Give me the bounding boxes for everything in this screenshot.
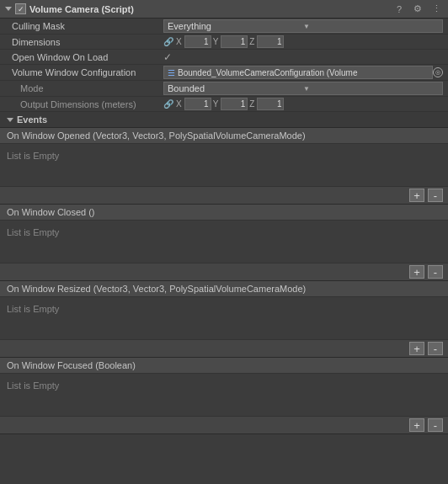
event-empty-2: List is Empty (7, 301, 59, 317)
header-right-icons: ? ⚙ ⋮ (392, 3, 443, 16)
dimensions-row: Dimensions 🔗 X Y Z (0, 35, 448, 50)
output-z-label: Z (249, 99, 254, 109)
culling-mask-label: Culling Mask (12, 21, 163, 31)
event-empty-1: List is Empty (7, 224, 59, 241)
dimensions-xyz-fields: X Y Z (176, 35, 284, 48)
output-dimensions-xyz-fields: X Y Z (176, 98, 284, 110)
event-header-0-text: On Window Opened (Vector3, Vector3, Poly… (7, 130, 306, 141)
event-header-1: On Window Closed () (0, 205, 448, 221)
event-empty-0: List is Empty (7, 147, 59, 164)
event-remove-3-button[interactable]: - (428, 418, 443, 432)
dimensions-link-icon[interactable]: 🔗 (163, 37, 173, 46)
event-remove-1-button[interactable]: - (428, 265, 443, 279)
volume-window-config-label: Volume Window Configuration (12, 67, 163, 77)
volume-window-config-text: Bounded_VolumeCameraConfiguration (Volum… (178, 68, 429, 77)
dimensions-y-input[interactable] (221, 35, 248, 48)
event-footer-1: + - (0, 263, 448, 280)
header-left: ✓ Volume Camera (Script) (5, 3, 392, 14)
output-dimensions-link-icon[interactable]: 🔗 (163, 99, 173, 109)
open-window-on-load-value: ✓ (163, 51, 443, 63)
culling-mask-dropdown-arrow-icon: ▼ (303, 23, 439, 30)
mode-dropdown[interactable]: Bounded ▼ (163, 82, 443, 95)
event-group-2: On Window Resized (Vector3, Vector3, Pol… (0, 281, 448, 358)
events-collapse-icon (7, 118, 13, 122)
event-add-0-button[interactable]: + (409, 189, 424, 202)
culling-mask-dropdown[interactable]: Everything ▼ (163, 19, 443, 33)
dimensions-value: 🔗 X Y Z (163, 35, 443, 48)
component-enable-checkbox[interactable]: ✓ (15, 3, 26, 14)
output-y-input[interactable] (221, 98, 248, 110)
output-z-input[interactable] (257, 98, 284, 110)
open-window-on-load-label: Open Window On Load (12, 52, 163, 62)
event-body-3: List is Empty (0, 374, 448, 416)
events-section-header[interactable]: Events (0, 112, 448, 128)
collapse-arrow-icon[interactable] (5, 7, 12, 11)
dimensions-z-label: Z (249, 37, 254, 46)
event-group-1: On Window Closed () List is Empty + - (0, 205, 448, 281)
component-header: ✓ Volume Camera (Script) ? ⚙ ⋮ (0, 0, 448, 19)
dimensions-y-label: Y (213, 37, 219, 46)
event-body-0: List is Empty (0, 144, 448, 186)
event-body-1: List is Empty (0, 221, 448, 263)
mode-label: Mode (12, 83, 163, 93)
dimensions-label: Dimensions (12, 37, 163, 47)
event-header-2: On Window Resized (Vector3, Vector3, Pol… (0, 281, 448, 297)
volume-window-config-value: ☰ Bounded_VolumeCameraConfiguration (Vol… (163, 66, 443, 79)
event-add-2-button[interactable]: + (409, 342, 424, 355)
volume-window-config-select-icon[interactable]: ◎ (433, 67, 443, 77)
event-remove-0-button[interactable]: - (428, 189, 443, 202)
culling-mask-dropdown-text: Everything (168, 21, 303, 31)
event-header-3: On Window Focused (Boolean) (0, 358, 448, 374)
open-window-on-load-row: Open Window On Load ✓ (0, 50, 448, 65)
culling-mask-value: Everything ▼ (163, 19, 443, 33)
dimensions-x-label: X (176, 37, 182, 46)
settings-icon[interactable]: ⚙ (411, 3, 424, 16)
event-body-2: List is Empty (0, 297, 448, 339)
event-footer-2: + - (0, 339, 448, 357)
output-dimensions-value: 🔗 X Y Z (163, 98, 443, 110)
dimensions-x-input[interactable] (184, 35, 211, 48)
culling-mask-row: Culling Mask Everything ▼ (0, 19, 448, 35)
mode-dropdown-text: Bounded (168, 83, 303, 93)
overflow-icon[interactable]: ⋮ (429, 3, 443, 16)
volume-config-object-icon: ☰ (168, 68, 175, 77)
mode-value: Bounded ▼ (163, 82, 443, 95)
event-add-1-button[interactable]: + (409, 265, 424, 279)
volume-window-config-row: Volume Window Configuration ☰ Bounded_Vo… (0, 65, 448, 81)
mode-dropdown-arrow-icon: ▼ (303, 85, 439, 93)
event-header-2-text: On Window Resized (Vector3, Vector3, Pol… (7, 284, 306, 294)
output-x-input[interactable] (184, 98, 211, 110)
open-window-checkmark-icon[interactable]: ✓ (163, 51, 172, 63)
help-icon[interactable]: ? (392, 3, 406, 16)
component-body: Culling Mask Everything ▼ Dimensions 🔗 X… (0, 19, 448, 434)
mode-row: Mode Bounded ▼ (0, 81, 448, 97)
event-header-0: On Window Opened (Vector3, Vector3, Poly… (0, 128, 448, 144)
component-title: Volume Camera (Script) (29, 4, 134, 14)
event-empty-3: List is Empty (7, 377, 59, 394)
output-dimensions-row: Output Dimensions (meters) 🔗 X Y Z (0, 97, 448, 112)
event-footer-0: + - (0, 186, 448, 204)
event-group-3: On Window Focused (Boolean) List is Empt… (0, 358, 448, 434)
event-add-3-button[interactable]: + (409, 418, 424, 432)
event-group-0: On Window Opened (Vector3, Vector3, Poly… (0, 128, 448, 205)
events-section-title: Events (17, 114, 47, 125)
output-x-label: X (176, 99, 182, 109)
volume-window-config-field[interactable]: ☰ Bounded_VolumeCameraConfiguration (Vol… (163, 66, 433, 79)
event-header-3-text: On Window Focused (Boolean) (7, 360, 136, 370)
event-remove-2-button[interactable]: - (428, 342, 443, 355)
dimensions-z-input[interactable] (257, 35, 284, 48)
output-y-label: Y (213, 99, 219, 109)
event-footer-3: + - (0, 416, 448, 433)
output-dimensions-label: Output Dimensions (meters) (12, 99, 163, 109)
event-header-1-text: On Window Closed () (7, 207, 95, 217)
